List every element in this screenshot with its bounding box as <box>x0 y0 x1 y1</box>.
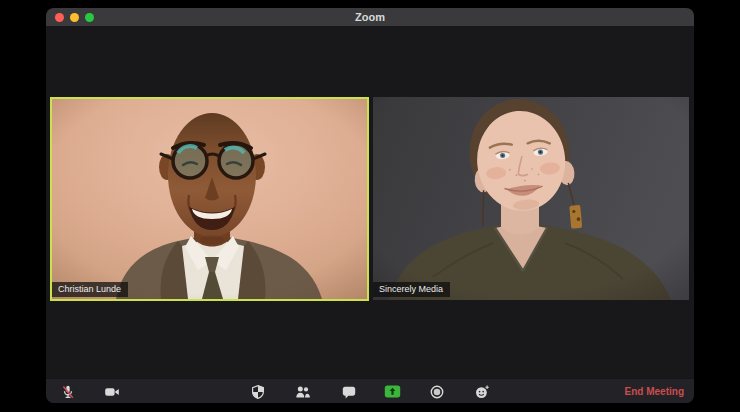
chat-bubble-icon <box>341 384 357 400</box>
end-meeting-button[interactable]: End Meeting <box>625 379 684 403</box>
record-icon <box>429 384 445 400</box>
record-button[interactable] <box>423 379 451 403</box>
participant-name-label: Sincerely Media <box>373 282 450 297</box>
titlebar: Zoom <box>46 8 694 26</box>
participant-video-woman-portrait <box>373 97 689 300</box>
shield-icon <box>250 384 266 400</box>
video-button[interactable] <box>98 379 126 403</box>
participants-icon <box>295 384 311 400</box>
share-screen-button[interactable] <box>378 379 406 403</box>
share-screen-icon <box>384 384 401 399</box>
video-grid: Christian Lunde <box>46 26 694 378</box>
video-camera-icon <box>104 384 120 400</box>
zoom-app-window: Zoom <box>46 8 694 403</box>
window-title: Zoom <box>46 8 694 26</box>
participant-name-label: Christian Lunde <box>52 282 128 297</box>
reactions-button[interactable] <box>468 379 496 403</box>
video-tile[interactable]: Sincerely Media <box>373 97 689 300</box>
video-tile-active-speaker[interactable]: Christian Lunde <box>50 97 369 301</box>
mute-button[interactable] <box>54 379 82 403</box>
participants-button[interactable] <box>289 379 317 403</box>
participant-video-man-portrait <box>52 99 367 299</box>
chat-button[interactable] <box>335 379 363 403</box>
security-button[interactable] <box>244 379 272 403</box>
reactions-smiley-icon <box>474 384 490 400</box>
microphone-muted-icon <box>60 384 76 400</box>
meeting-toolbar: End Meeting <box>46 378 694 403</box>
